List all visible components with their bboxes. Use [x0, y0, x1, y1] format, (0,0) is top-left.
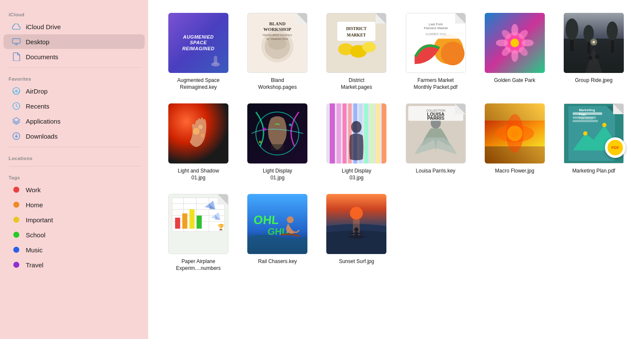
file-item-group-ride[interactable]: Group Ride.jpeg [556, 9, 631, 88]
applications-label: Applications [26, 118, 61, 125]
svg-rect-107 [182, 214, 188, 229]
sidebar-item-downloads[interactable]: Downloads [3, 129, 145, 143]
sidebar-item-travel[interactable]: Travel [3, 257, 145, 272]
file-item-district-market[interactable]: DISTRICT MARKET DistrictMarket.pages [319, 9, 394, 95]
svg-point-89 [583, 131, 587, 136]
home-label: Home [26, 201, 43, 209]
svg-rect-119 [355, 232, 358, 237]
file-name-macro-flower: Macro Flower.jpg [495, 168, 534, 175]
svg-rect-0 [12, 39, 20, 43]
file-item-light-display1[interactable]: Light Display01.jpg [240, 99, 315, 185]
svg-rect-18 [337, 22, 376, 41]
svg-rect-63 [330, 103, 335, 163]
file-thumbnail-bland-workshop: BLAND WORKSHOP Handcrafted Ceramics by M… [247, 13, 307, 73]
files-grid: AUGMENIEDSPACEREIMAGINED Augmented Space… [161, 9, 631, 276]
work-label: Work [26, 186, 41, 194]
file-name-group-ride: Group Ride.jpeg [575, 77, 612, 84]
file-item-paper-airplane[interactable]: 🏆 Paper AirplaneExperim....numbers [161, 190, 236, 276]
svg-text:MARKET: MARKET [347, 33, 366, 37]
school-label: School [26, 231, 46, 239]
file-item-golden-gate[interactable]: Golden Gate Park [477, 9, 552, 88]
file-item-louisa-parris[interactable]: COLLECTION LOUISA PARRIS Louisa Parris.k… [398, 99, 473, 179]
svg-point-33 [511, 50, 518, 62]
file-item-light-display3[interactable]: Light Display03.jpg [319, 99, 394, 185]
file-name-light-display1: Light Display01.jpg [263, 168, 292, 181]
svg-text:Farmers Market: Farmers Market [424, 26, 448, 30]
important-label: Important [26, 216, 53, 224]
file-name-marketing-plan: Marketing Plan.pdf [572, 168, 615, 175]
recents-icon [12, 102, 21, 110]
sidebar-item-documents[interactable]: Documents [3, 49, 145, 64]
favorites-section-label: Favorites [0, 71, 148, 83]
svg-point-49 [595, 54, 599, 59]
svg-text:Handcrafted Ceramics: Handcrafted Ceramics [263, 33, 292, 36]
svg-rect-108 [189, 209, 194, 229]
sidebar-item-applications[interactable]: Applications [3, 114, 145, 128]
airdrop-label: AirDrop [26, 88, 48, 95]
sidebar-item-icloud-drive[interactable]: iCloud Drive [3, 19, 145, 34]
svg-point-51 [592, 41, 595, 43]
airdrop-icon [12, 87, 21, 95]
svg-point-43 [565, 18, 578, 40]
file-thumbnail-sunset-surf [326, 194, 386, 254]
svg-text:OHL: OHL [253, 213, 280, 227]
svg-point-73 [351, 121, 361, 133]
file-thumbnail-rail-chasers: OHL GHU [247, 194, 307, 254]
file-thumbnail-farmers-market: Last Fork Farmers Market SUMMER 2019 [406, 13, 466, 73]
sidebar-item-recents[interactable]: Recents [3, 99, 145, 113]
svg-point-61 [259, 141, 261, 143]
svg-point-32 [511, 24, 518, 36]
svg-point-55 [201, 134, 204, 137]
file-item-augmented-space[interactable]: AUGMENIEDSPACEREIMAGINED Augmented Space… [161, 9, 236, 95]
file-item-sunset-surf[interactable]: Sunset Surf.jpg [319, 190, 394, 269]
sidebar-item-home[interactable]: Home [3, 197, 145, 212]
file-thumbnail-macro-flower [485, 103, 545, 163]
svg-rect-109 [197, 216, 202, 229]
file-item-marketing-plan[interactable]: Marketing Plan Fall 2019 PDF Marketing P… [556, 99, 631, 179]
svg-point-60 [289, 124, 292, 126]
svg-point-31 [510, 39, 519, 47]
divider-1 [7, 67, 141, 68]
svg-text:DISTRICT: DISTRICT [346, 26, 367, 31]
downloads-label: Downloads [26, 133, 58, 140]
file-name-louisa-parris: Louisa Parris.key [416, 168, 456, 175]
sidebar-item-school[interactable]: School [3, 227, 145, 242]
file-name-paper-airplane: Paper AirplaneExperim....numbers [176, 258, 221, 272]
music-tag-icon [12, 245, 21, 254]
recents-label: Recents [26, 103, 49, 110]
main-content: AUGMENIEDSPACEREIMAGINED Augmented Space… [148, 0, 644, 339]
sidebar-item-music[interactable]: Music [3, 242, 145, 257]
file-thumbnail-light-display3 [326, 103, 386, 163]
file-item-macro-flower[interactable]: Macro Flower.jpg [477, 99, 552, 179]
svg-rect-71 [376, 103, 380, 163]
icloud-drive-label: iCloud Drive [26, 23, 61, 30]
sidebar: iCloud iCloud Drive Desktop Documents Fa [0, 0, 148, 339]
music-label: Music [26, 246, 43, 254]
desktop-label: Desktop [26, 38, 49, 45]
file-item-farmers-market[interactable]: Last Fork Farmers Market SUMMER 2019 Far… [398, 9, 473, 95]
sidebar-item-desktop[interactable]: Desktop [3, 34, 145, 49]
file-name-golden-gate: Golden Gate Park [494, 77, 535, 84]
file-item-bland-workshop[interactable]: BLAND WORKSHOP Handcrafted Ceramics by M… [240, 9, 315, 95]
svg-text:WORKSHOP: WORKSHOP [264, 27, 292, 32]
svg-text:by Madelief Blok: by Madelief Blok [267, 37, 289, 41]
file-item-rail-chasers[interactable]: OHL GHU Rail Chasers.key [240, 190, 315, 269]
svg-text:BLAND: BLAND [269, 21, 286, 26]
desktop-icon [12, 37, 21, 46]
svg-point-54 [198, 125, 203, 129]
svg-rect-64 [337, 103, 341, 163]
svg-point-34 [496, 39, 508, 46]
svg-rect-70 [370, 103, 374, 163]
svg-rect-69 [364, 103, 368, 163]
file-item-light-shadow[interactable]: Light and Shadow01.jpg [161, 99, 236, 185]
svg-point-48 [588, 56, 592, 60]
svg-rect-91 [573, 112, 602, 115]
sidebar-item-airdrop[interactable]: AirDrop [3, 84, 145, 98]
svg-rect-5 [214, 56, 217, 64]
downloads-icon [12, 132, 21, 140]
file-thumbnail-district-market: DISTRICT MARKET [326, 13, 386, 73]
travel-label: Travel [26, 261, 43, 269]
file-name-bland-workshop: BlandWorkshop.pages [258, 77, 297, 91]
sidebar-item-work[interactable]: Work [3, 182, 145, 197]
sidebar-item-important[interactable]: Important [3, 212, 145, 227]
